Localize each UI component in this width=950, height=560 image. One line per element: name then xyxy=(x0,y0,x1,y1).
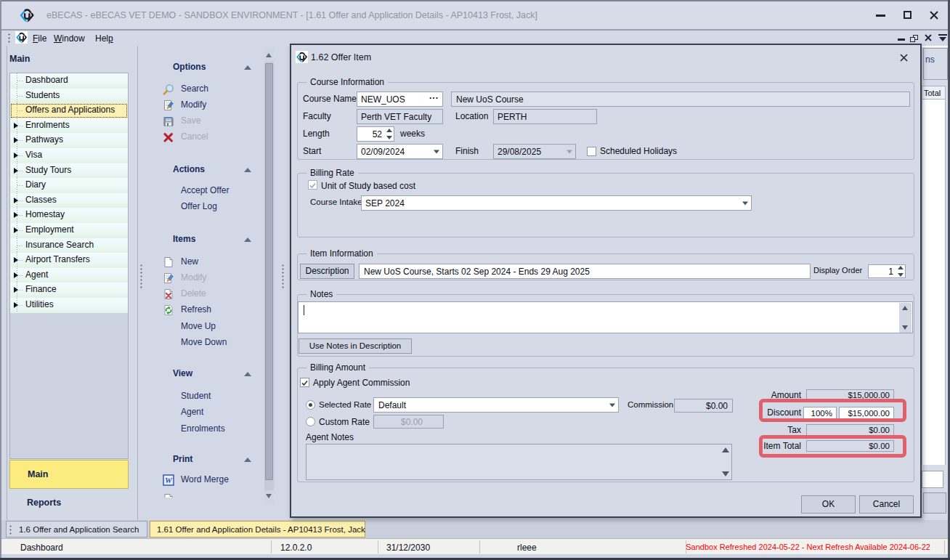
svg-text:W: W xyxy=(165,476,173,484)
